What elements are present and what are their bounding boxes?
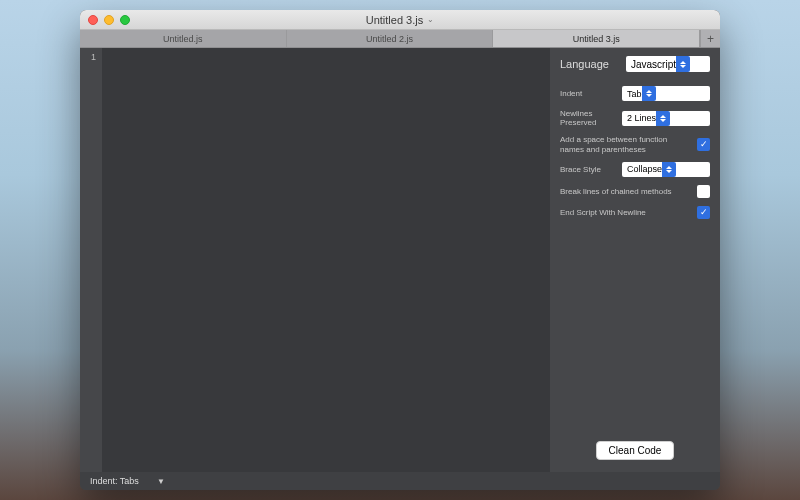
brace-style-label: Brace Style [560,165,601,174]
button-label: Clean Code [609,445,662,456]
updown-icon [656,111,670,126]
window-title-text: Untitled 3.js [366,14,423,26]
titlebar: Untitled 3.js ⌄ [80,10,720,30]
status-indent-label: Indent: Tabs [90,476,139,486]
plus-icon: + [707,32,714,46]
tab-untitled-3[interactable]: Untitled 3.js [493,30,700,47]
status-indent[interactable]: Indent: Tabs [90,476,139,486]
tab-label: Untitled.js [163,34,203,44]
language-select[interactable]: Javascript [626,56,710,72]
app-window: Untitled 3.js ⌄ Untitled.js Untitled 2.j… [80,10,720,490]
clean-code-button[interactable]: Clean Code [596,441,675,460]
newlines-label: Newlines Preserved [560,109,616,127]
indent-label: Indent [560,89,582,98]
endnl-label: End Script With Newline [560,208,646,217]
newlines-select[interactable]: 2 Lines [622,111,710,126]
select-value: Javascript [631,59,676,70]
indent-select[interactable]: Tab [622,86,710,101]
line-gutter: 1 [80,48,102,472]
code-editor[interactable] [102,48,550,472]
endnl-checkbox[interactable] [697,206,710,219]
tab-label: Untitled 2.js [366,34,413,44]
space-fn-checkbox[interactable] [697,138,710,151]
line-number: 1 [80,52,96,62]
brace-style-select[interactable]: Collapse [622,162,710,177]
triangle-down-icon[interactable]: ▼ [157,477,165,486]
updown-icon [676,56,690,72]
tab-untitled-1[interactable]: Untitled.js [80,30,287,47]
new-tab-button[interactable]: + [700,30,720,47]
content-area: 1 Language Javascript Indent Tab Newline… [80,48,720,472]
updown-icon [662,162,676,177]
tab-bar: Untitled.js Untitled 2.js Untitled 3.js … [80,30,720,48]
chevron-down-icon: ⌄ [427,15,434,24]
chain-checkbox[interactable] [697,185,710,198]
select-value: Collapse [627,164,662,174]
window-title[interactable]: Untitled 3.js ⌄ [80,14,720,26]
status-bar: Indent: Tabs ▼ [80,472,720,490]
updown-icon [642,86,656,101]
select-value: 2 Lines [627,113,656,123]
space-fn-label: Add a space between function names and p… [560,135,668,153]
chain-label: Break lines of chained methods [560,187,672,196]
tab-label: Untitled 3.js [573,34,620,44]
tab-untitled-2[interactable]: Untitled 2.js [287,30,494,47]
settings-sidebar: Language Javascript Indent Tab Newlines … [550,48,720,472]
select-value: Tab [627,89,642,99]
language-label: Language [560,58,609,71]
